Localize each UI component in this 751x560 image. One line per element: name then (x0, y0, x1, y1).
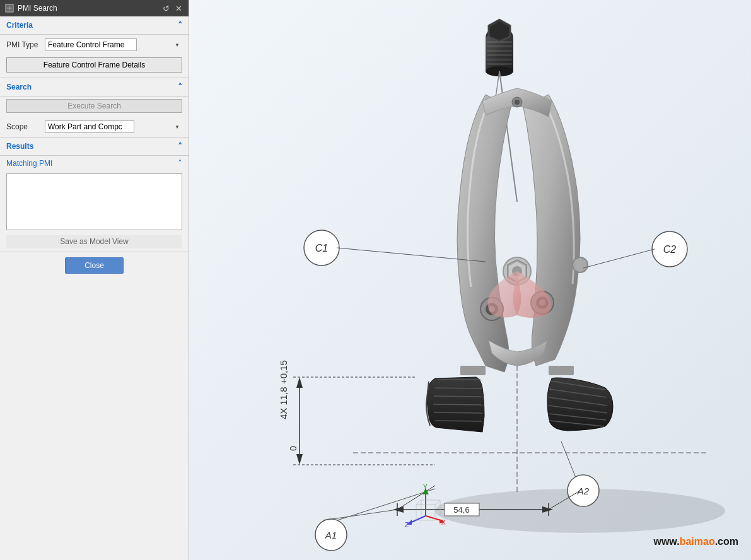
watermark-domain: baimao (680, 536, 715, 547)
matching-pmi-label: Matching PMI (6, 159, 52, 168)
svg-rect-8 (487, 54, 512, 56)
svg-point-26 (515, 100, 520, 105)
svg-line-32 (434, 412, 483, 413)
svg-text:Y: Y (423, 484, 428, 491)
svg-text:C1: C1 (315, 243, 328, 254)
cable-holder (486, 19, 513, 76)
cad-area: C1 C2 A1 A2 (189, 0, 751, 560)
pmi-icon (5, 4, 14, 13)
matching-pmi-header[interactable]: Matching PMI ˄ (0, 156, 189, 171)
fcf-details-button[interactable]: Feature Control Frame Details (6, 57, 182, 73)
svg-text:0: 0 (288, 446, 298, 451)
svg-text:A2: A2 (577, 486, 590, 496)
svg-line-30 (434, 396, 484, 397)
save-model-view-button[interactable]: Save as Model View (6, 235, 182, 248)
scope-row: Scope Work Part and Compc Work Part Only… (0, 117, 189, 137)
svg-line-31 (433, 404, 484, 405)
criteria-chevron: ˄ (178, 20, 182, 30)
results-list (6, 173, 182, 230)
results-label: Results (6, 142, 33, 151)
matching-pmi-chevron: ˄ (178, 158, 182, 168)
close-button[interactable]: Close (65, 257, 124, 274)
svg-rect-34 (549, 366, 574, 375)
execute-search-button[interactable]: Execute Search (6, 99, 182, 113)
watermark-suffix: .com (715, 536, 738, 547)
search-section-header[interactable]: Search ˄ (0, 78, 189, 96)
svg-rect-27 (460, 366, 486, 375)
svg-line-84 (416, 500, 421, 505)
svg-line-85 (435, 500, 440, 505)
svg-text:A1: A1 (325, 530, 337, 540)
watermark: www.baimao.com (653, 536, 738, 547)
svg-text:Z: Z (405, 522, 409, 528)
title-bar: PMI Search ↺ ✕ (0, 0, 189, 16)
title-bar-controls: ↺ ✕ (161, 3, 183, 13)
svg-line-33 (435, 421, 482, 421)
close-window-button[interactable]: ✕ (173, 3, 183, 13)
svg-rect-9 (487, 59, 512, 61)
viewport: C1 C2 A1 A2 (0, 0, 751, 560)
pmi-type-label: PMI Type (6, 40, 41, 49)
coordinate-system: Z X Y (404, 484, 448, 528)
search-chevron: ˄ (178, 82, 182, 92)
svg-rect-6 (487, 45, 512, 47)
svg-line-29 (435, 388, 483, 388)
search-label: Search (6, 83, 32, 91)
scope-select[interactable]: Work Part and Compc Work Part Only All P… (45, 120, 134, 133)
results-chevron: ˄ (178, 141, 182, 151)
scope-label: Scope (6, 122, 41, 131)
panel: PMI Search ↺ ✕ Criteria ˄ PMI Type Featu… (0, 0, 189, 560)
title-bar-left: PMI Search (5, 4, 57, 13)
svg-text:C2: C2 (663, 244, 677, 255)
svg-rect-10 (487, 63, 512, 65)
pmi-type-row: PMI Type Feature Control Frame Datum Dim… (0, 35, 189, 55)
app-icon (5, 4, 14, 13)
annotation-A1: A1 (315, 519, 347, 551)
pmi-type-select-wrapper: Feature Control Frame Datum Dimension No… (45, 38, 182, 51)
pmi-type-select[interactable]: Feature Control Frame Datum Dimension No… (45, 38, 137, 51)
criteria-label: Criteria (6, 21, 33, 30)
svg-text:4X  11,8  +0,15: 4X 11,8 +0,15 (278, 360, 289, 419)
svg-rect-7 (487, 50, 512, 52)
divider-3 (0, 96, 189, 96)
svg-text:54,6: 54,6 (453, 505, 469, 515)
cad-model: C1 C2 A1 A2 (189, 0, 751, 560)
results-section-header[interactable]: Results ˄ (0, 137, 189, 155)
reset-button[interactable]: ↺ (161, 3, 171, 13)
divider-6 (0, 252, 189, 252)
svg-marker-42 (574, 257, 586, 272)
title-text: PMI Search (18, 4, 57, 13)
scope-select-wrapper: Work Part and Compc Work Part Only All P… (45, 120, 182, 133)
svg-text:X: X (441, 519, 446, 526)
criteria-section-header[interactable]: Criteria ˄ (0, 16, 189, 34)
watermark-text-prefix: www. (653, 536, 679, 547)
